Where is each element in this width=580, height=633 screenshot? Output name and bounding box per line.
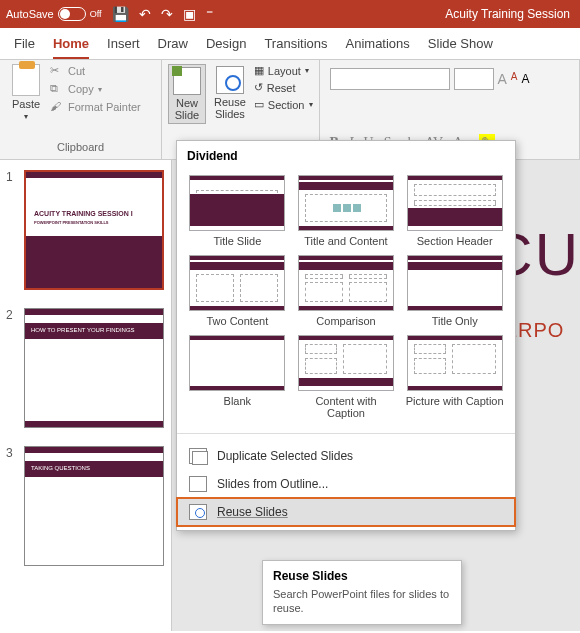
undo-icon[interactable]: ↶ <box>139 6 151 22</box>
tab-transitions[interactable]: Transitions <box>264 36 327 59</box>
clipboard-icon <box>12 64 40 96</box>
layout-title-content[interactable]: Title and Content <box>296 175 397 247</box>
tab-design[interactable]: Design <box>206 36 246 59</box>
title-bar: AutoSave Off 💾 ↶ ↷ ▣ ⁼ Acuity Training S… <box>0 0 580 28</box>
present-icon[interactable]: ▣ <box>183 6 196 22</box>
layout-label: Two Content <box>206 315 268 327</box>
tab-home[interactable]: Home <box>53 36 89 59</box>
copy-label: Copy <box>68 83 94 95</box>
tab-animations[interactable]: Animations <box>346 36 410 59</box>
layout-comparison[interactable]: Comparison <box>296 255 397 327</box>
duplicate-icon <box>189 448 207 464</box>
layout-label: Comparison <box>316 315 375 327</box>
reuse-slides-button[interactable]: Reuse Slides <box>210 64 250 122</box>
chevron-down-icon: ▾ <box>98 85 102 94</box>
duplicate-slides-item[interactable]: Duplicate Selected Slides <box>177 442 515 470</box>
ribbon-tabs: File Home Insert Draw Design Transitions… <box>0 28 580 60</box>
layout-label: Content with Caption <box>296 395 397 419</box>
layout-two-content[interactable]: Two Content <box>187 255 288 327</box>
tab-slideshow[interactable]: Slide Show <box>428 36 493 59</box>
chevron-down-icon: ▾ <box>24 112 28 121</box>
thumb-number: 1 <box>6 170 18 290</box>
font-family-select[interactable] <box>330 68 450 90</box>
new-slide-dropdown: Dividend Title Slide Title and Content S… <box>176 140 516 531</box>
new-slide-button[interactable]: New Slide <box>168 64 206 124</box>
more-icon[interactable]: ⁼ <box>206 6 213 22</box>
font-size-select[interactable] <box>454 68 494 90</box>
duplicate-label: Duplicate Selected Slides <box>217 449 353 463</box>
thumbnail-3[interactable]: TAKING QUESTIONS <box>24 446 164 566</box>
thumbnail-1[interactable]: ACUITY TRAINING SESSION I POWERPOINT PRE… <box>24 170 164 290</box>
reuse-slides-tooltip: Reuse Slides Search PowerPoint files for… <box>262 560 462 625</box>
brush-icon: 🖌 <box>50 100 64 114</box>
layout-title-slide[interactable]: Title Slide <box>187 175 288 247</box>
toggle-off-icon <box>58 7 86 21</box>
layout-label: Picture with Caption <box>406 395 504 407</box>
thumb-number: 3 <box>6 446 18 566</box>
layout-title-only[interactable]: Title Only <box>404 255 505 327</box>
section-icon: ▭ <box>254 98 264 111</box>
reset-label: Reset <box>267 82 296 94</box>
paste-label: Paste <box>12 98 40 110</box>
reset-icon: ↺ <box>254 81 263 94</box>
redo-icon[interactable]: ↷ <box>161 6 173 22</box>
tab-draw[interactable]: Draw <box>158 36 188 59</box>
reuse-slides-icon <box>216 66 244 94</box>
layout-icon: ▦ <box>254 64 264 77</box>
layout-picture-caption[interactable]: Picture with Caption <box>404 335 505 419</box>
clipboard-group: Paste ▾ ✂ Cut ⧉ Copy ▾ 🖌 Format Painter <box>0 60 162 159</box>
layout-blank[interactable]: Blank <box>187 335 288 419</box>
layout-label: Title Slide <box>213 235 261 247</box>
autosave-label: AutoSave <box>6 8 54 20</box>
cut-label: Cut <box>68 65 85 77</box>
copy-button[interactable]: ⧉ Copy ▾ <box>50 82 141 96</box>
thumb-title: ACUITY TRAINING SESSION I <box>34 210 133 217</box>
thumbnail-2[interactable]: HOW TO PRESENT YOUR FINDINGS <box>24 308 164 428</box>
clipboard-group-label: Clipboard <box>6 139 155 155</box>
reuse-slides-icon <box>189 504 207 520</box>
reuse-slides-label: Reuse Slides <box>214 96 246 120</box>
grow-font-icon[interactable]: A <box>498 71 507 87</box>
tab-insert[interactable]: Insert <box>107 36 140 59</box>
paste-button[interactable]: Paste ▾ <box>6 64 46 121</box>
layout-label: Section Header <box>417 235 493 247</box>
slide-thumbnails: 1 ACUITY TRAINING SESSION I POWERPOINT P… <box>0 160 172 631</box>
save-icon[interactable]: 💾 <box>112 6 129 22</box>
outline-label: Slides from Outline... <box>217 477 328 491</box>
layout-button[interactable]: ▦ Layout ▾ <box>254 64 313 77</box>
format-painter-label: Format Painter <box>68 101 141 113</box>
tooltip-body: Search PowerPoint files for slides to re… <box>273 587 451 616</box>
tab-file[interactable]: File <box>14 36 35 59</box>
layout-theme-name: Dividend <box>177 141 515 171</box>
reuse-label: Reuse Slides <box>217 505 288 519</box>
section-button[interactable]: ▭ Section ▾ <box>254 98 313 111</box>
cut-button[interactable]: ✂ Cut <box>50 64 141 78</box>
shrink-font-icon[interactable]: A <box>511 71 518 87</box>
section-label: Section <box>268 99 305 111</box>
clear-format-icon[interactable]: A <box>522 72 530 86</box>
chevron-down-icon: ▾ <box>305 66 309 75</box>
quick-access-toolbar: 💾 ↶ ↷ ▣ ⁼ <box>112 6 213 22</box>
layout-label: Title and Content <box>304 235 387 247</box>
layout-section-header[interactable]: Section Header <box>404 175 505 247</box>
layout-content-caption[interactable]: Content with Caption <box>296 335 397 419</box>
reset-button[interactable]: ↺ Reset <box>254 81 313 94</box>
layout-label: Title Only <box>432 315 478 327</box>
outline-icon <box>189 476 207 492</box>
autosave-toggle[interactable]: AutoSave Off <box>6 7 102 21</box>
format-painter-button[interactable]: 🖌 Format Painter <box>50 100 141 114</box>
document-title: Acuity Training Session <box>445 7 570 21</box>
chevron-down-icon: ▾ <box>309 100 313 109</box>
thumb-title: TAKING QUESTIONS <box>31 465 90 471</box>
layout-label: Layout <box>268 65 301 77</box>
thumb-sub: POWERPOINT PRESENTATION SKILLS <box>34 220 109 225</box>
slides-from-outline-item[interactable]: Slides from Outline... <box>177 470 515 498</box>
tooltip-title: Reuse Slides <box>273 569 451 583</box>
autosave-state: Off <box>90 9 102 19</box>
reuse-slides-item[interactable]: Reuse Slides <box>177 498 515 526</box>
new-slide-label: New Slide <box>175 97 199 121</box>
thumb-title: HOW TO PRESENT YOUR FINDINGS <box>31 327 135 333</box>
copy-icon: ⧉ <box>50 82 64 96</box>
thumb-number: 2 <box>6 308 18 428</box>
scissors-icon: ✂ <box>50 64 64 78</box>
